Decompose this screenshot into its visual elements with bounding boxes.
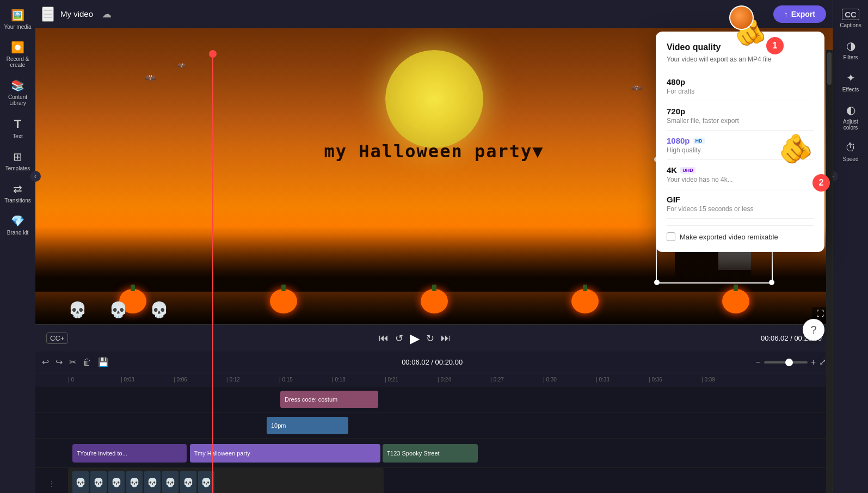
sidebar-item-transitions[interactable]: ⇄ Transitions xyxy=(2,178,34,208)
clip-media-main[interactable]: 💀 💀 💀 💀 💀 💀 💀 💀 xyxy=(68,468,384,493)
export-icon: ↑ xyxy=(784,10,788,19)
ruler-mark: | 0:33 xyxy=(596,377,649,383)
thumbnail-row: 💀 💀 💀 💀 💀 💀 💀 💀 xyxy=(72,471,214,493)
track-content-time: 10pm xyxy=(68,412,833,438)
adjust-colors-icon: ◐ xyxy=(846,103,855,116)
quality-name: 480p xyxy=(667,77,814,87)
sidebar-item-adjust-colors[interactable]: ◐ Adjust colors xyxy=(834,99,867,135)
clip-dress-code[interactable]: Dress code: costum xyxy=(280,391,378,408)
cut-button[interactable]: ✂ xyxy=(69,357,76,367)
clip-label: 10pm xyxy=(271,422,286,429)
sidebar-item-text[interactable]: T Text xyxy=(2,113,34,144)
sidebar-item-label: Filters xyxy=(843,54,858,60)
left-sidebar: 🖼️ Your media ⏺️ Record & create 📚 Conte… xyxy=(0,0,35,493)
undo-button[interactable]: ↩ xyxy=(42,357,49,367)
timeline-toolbar: ↩ ↪ ✂ 🗑 💾 00:06.02 / 00:20.00 − + ⤢ xyxy=(35,352,833,373)
remixable-checkbox[interactable] xyxy=(667,232,675,241)
effects-icon: ✦ xyxy=(846,71,855,84)
export-button[interactable]: ↑ Export xyxy=(773,5,826,23)
export-panel-subtitle: Your video will export as an MP4 file xyxy=(667,56,814,63)
sidebar-item-effects[interactable]: ✦ Effects xyxy=(834,67,867,97)
forward-button[interactable]: ↻ xyxy=(426,332,434,344)
sidebar-item-templates[interactable]: ⊞ Templates xyxy=(2,146,34,176)
quality-desc: For drafts xyxy=(667,88,814,95)
quality-option-gif[interactable]: GIF For videos 15 seconds or less xyxy=(667,189,814,219)
zoom-in-button[interactable]: + xyxy=(811,358,816,367)
sidebar-item-content-library[interactable]: 📚 Content Library xyxy=(2,75,34,110)
thumbnail: 💀 xyxy=(90,471,107,493)
clip-10pm[interactable]: 10pm xyxy=(267,417,348,434)
clip-halloween-party[interactable]: T my Halloween party xyxy=(190,444,380,463)
zoom-out-button[interactable]: − xyxy=(755,358,760,367)
ruler-mark: | 0:24 xyxy=(438,377,490,383)
redo-button[interactable]: ↪ xyxy=(56,357,63,367)
skip-back-button[interactable]: ⏮ xyxy=(379,332,389,344)
track-content-upper: Dress code: costum xyxy=(68,386,833,412)
captions-button[interactable]: CC+ xyxy=(46,332,68,344)
bat-2: 🦇 xyxy=(177,61,186,70)
content-library-icon: 📚 xyxy=(11,79,24,92)
uhd-badge: UHD xyxy=(680,167,695,174)
track-content-media-1: 💀 💀 💀 💀 💀 💀 💀 💀 xyxy=(68,468,833,493)
save-button[interactable]: 💾 xyxy=(98,357,109,367)
clip-spooky-street[interactable]: T 123 Spooky Street xyxy=(383,444,478,463)
fit-button[interactable]: ⤢ xyxy=(819,357,826,367)
play-button[interactable]: ▶ xyxy=(410,331,420,346)
skip-forward-button[interactable]: ⏭ xyxy=(441,332,451,344)
quality-option-4k[interactable]: 4K UHD Your video has no 4k... xyxy=(667,160,814,189)
export-panel: Video quality Your video will export as … xyxy=(656,32,824,252)
delete-button[interactable]: 🗑 xyxy=(83,358,91,367)
zoom-slider[interactable] xyxy=(764,361,808,363)
quality-option-720p[interactable]: 720p Smaller file, faster export xyxy=(667,101,814,131)
menu-button[interactable]: ☰ xyxy=(42,7,54,22)
timeline-ruler: | 0 | 0:03 | 0:06 | 0:12 | 0:15 | 0:18 |… xyxy=(35,373,833,386)
export-label: Export xyxy=(791,10,815,19)
time-current: 00:06.02 xyxy=(761,334,789,342)
sidebar-item-brand-kit[interactable]: 💎 Brand kit xyxy=(2,210,34,240)
your-media-icon: 🖼️ xyxy=(11,9,24,22)
sidebar-item-speed[interactable]: ⏱ Speed xyxy=(834,137,867,167)
clip-invited[interactable]: T You're invited to... xyxy=(72,444,187,463)
sidebar-item-label: Text xyxy=(13,133,22,139)
ruler-mark: | 0:15 xyxy=(279,377,332,383)
controls-left: CC+ xyxy=(46,332,68,344)
track-row-upper-text: Dress code: costum xyxy=(35,386,833,412)
text-icon: T xyxy=(14,117,21,131)
ruler-mark: | 0:36 xyxy=(649,377,701,383)
track-row-media-1: ⋮ 💀 💀 💀 💀 💀 💀 💀 xyxy=(35,468,833,493)
help-button[interactable]: ? xyxy=(803,319,824,341)
export-panel-title: Video quality xyxy=(667,42,814,52)
ruler-mark: | 0:18 xyxy=(332,377,385,383)
sidebar-item-label: Brand kit xyxy=(7,230,28,236)
rewind-button[interactable]: ↺ xyxy=(395,332,403,344)
quality-desc: Smaller file, faster export xyxy=(667,117,814,125)
filters-icon: ◑ xyxy=(846,39,855,52)
ruler-marks: | 0 | 0:03 | 0:06 | 0:12 | 0:15 | 0:18 |… xyxy=(68,377,754,383)
ruler-mark: | 0 xyxy=(68,377,121,383)
sidebar-item-captions[interactable]: CC Captions xyxy=(834,4,867,33)
sidebar-item-label: Captions xyxy=(840,22,861,28)
sidebar-item-record-create[interactable]: ⏺️ Record & create xyxy=(2,36,34,72)
ruler-mark: | 0:27 xyxy=(490,377,543,383)
sidebar-item-your-media[interactable]: 🖼️ Your media xyxy=(2,4,34,34)
sidebar-item-label: Speed xyxy=(843,156,859,162)
track-row-main-text: T You're invited to... T my Halloween pa… xyxy=(35,439,833,468)
sidebar-item-label: Effects xyxy=(842,87,859,93)
clip-label: Dress code: costum xyxy=(285,396,337,403)
quality-option-480p[interactable]: 480p For drafts xyxy=(667,72,814,101)
quality-option-1080p[interactable]: 1080p HD High quality xyxy=(667,131,814,160)
timeline-tracks: Dress code: costum 10pm xyxy=(35,386,833,493)
right-sidebar: CC Captions ◑ Filters ✦ Effects ◐ Adjust… xyxy=(833,0,868,493)
collapse-left-arrow[interactable]: ‹ xyxy=(30,171,41,182)
sidebar-item-filters[interactable]: ◑ Filters xyxy=(834,35,867,65)
templates-icon: ⊞ xyxy=(13,150,22,163)
moon-graphic xyxy=(385,50,483,148)
zoom-controls: − + ⤢ xyxy=(755,357,826,367)
timeline-time: 00:06.02 / 00:20.00 xyxy=(402,358,463,366)
ruler-mark: | 0:12 xyxy=(226,377,279,383)
thumbnail: 💀 xyxy=(198,471,214,493)
track-content-main: T You're invited to... T my Halloween pa… xyxy=(68,439,833,467)
clip-label-text: my Halloween party xyxy=(198,450,250,457)
quality-name: 1080p HD xyxy=(667,136,814,145)
thumbnail: 💀 xyxy=(108,471,125,493)
